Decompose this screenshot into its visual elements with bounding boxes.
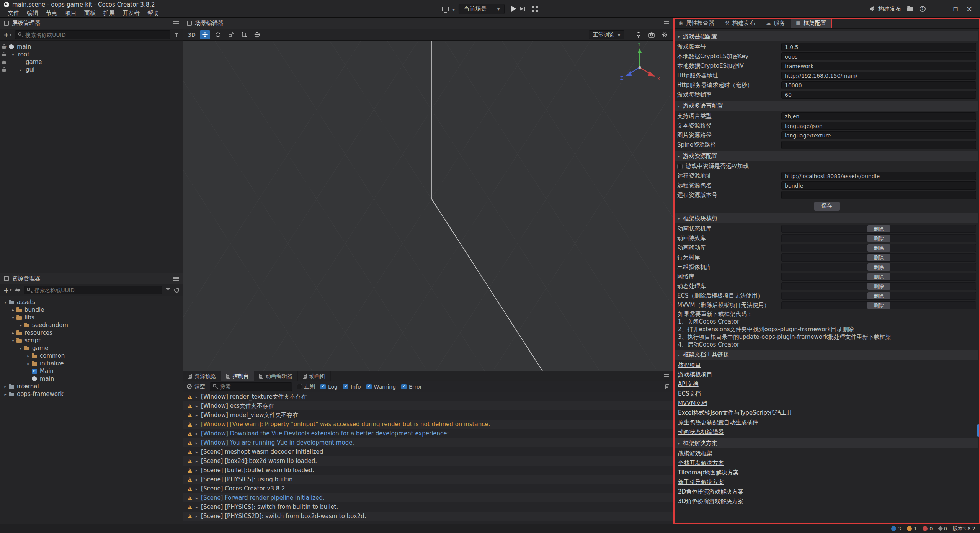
- menu-item[interactable]: 帮助: [144, 10, 163, 17]
- log-row[interactable]: [Window] render_texture文件夹不存在: [183, 392, 673, 401]
- clear-console-button[interactable]: 清空: [187, 383, 205, 390]
- tree-row[interactable]: initialize: [0, 360, 183, 367]
- section-docs-header[interactable]: 框架文档工具链接: [675, 350, 978, 360]
- view-mode-select[interactable]: 正常浏览: [589, 30, 624, 39]
- sort-icon[interactable]: [15, 288, 20, 293]
- field-input[interactable]: [781, 122, 976, 130]
- expand-arrow-icon[interactable]: [10, 308, 16, 312]
- field-input[interactable]: [781, 141, 976, 149]
- expand-arrow-icon[interactable]: [10, 331, 16, 335]
- build-publish-button[interactable]: 构建发布: [869, 5, 901, 13]
- delete-button[interactable]: 删除: [867, 225, 890, 232]
- expand-arrow-icon[interactable]: [196, 514, 198, 518]
- filter-checkbox[interactable]: Log: [320, 384, 338, 390]
- tree-row[interactable]: root: [0, 51, 183, 58]
- solution-link[interactable]: 新手引导解决方案: [678, 479, 724, 486]
- play-button[interactable]: [511, 6, 516, 12]
- solution-link[interactable]: Tiledmap地图解决方案: [678, 469, 739, 476]
- field-input[interactable]: [781, 91, 976, 99]
- scene-menu-icon[interactable]: [664, 21, 669, 25]
- console-menu-icon[interactable]: [664, 374, 669, 378]
- expand-arrow-icon[interactable]: [196, 404, 198, 408]
- add-node-button[interactable]: [3, 31, 11, 39]
- log-row[interactable]: [Scene] [bullet]:bullet wasm lib loaded.: [183, 466, 673, 475]
- menu-item[interactable]: 开发者: [119, 10, 144, 17]
- filter-checkbox[interactable]: Info: [343, 384, 361, 390]
- help-icon[interactable]: [920, 6, 926, 12]
- field-input[interactable]: [781, 181, 976, 190]
- maximize-button[interactable]: [949, 3, 962, 15]
- config-tab[interactable]: 属性检查器: [673, 18, 720, 28]
- delete-button[interactable]: 删除: [867, 235, 890, 242]
- expand-arrow-icon[interactable]: [2, 384, 8, 389]
- mode-3d-button[interactable]: 3D: [186, 30, 197, 39]
- layout-grid-icon[interactable]: [532, 6, 538, 12]
- expand-arrow-icon[interactable]: [2, 392, 8, 396]
- delete-button[interactable]: 删除: [867, 283, 890, 290]
- filter-checkbox[interactable]: Error: [401, 384, 422, 390]
- minimize-button[interactable]: [935, 3, 949, 15]
- section-lang-header[interactable]: 游戏多语言配置: [675, 101, 978, 111]
- doc-link[interactable]: 动画状态机编辑器: [678, 428, 724, 436]
- field-input[interactable]: [781, 43, 976, 51]
- solution-link[interactable]: 3D角色扮演游戏解决方案: [678, 498, 743, 505]
- menu-item[interactable]: 编辑: [23, 10, 42, 17]
- expand-arrow-icon[interactable]: [10, 52, 16, 57]
- delete-button[interactable]: 删除: [867, 263, 890, 271]
- scrollbar-thumb[interactable]: [977, 424, 979, 437]
- filter-checkbox[interactable]: Warning: [366, 384, 396, 390]
- solution-link[interactable]: 2D角色扮演游戏解决方案: [678, 488, 743, 495]
- tree-row[interactable]: oops-framework: [0, 390, 183, 398]
- tree-row[interactable]: resources: [0, 329, 183, 337]
- menu-item[interactable]: 扩展: [100, 10, 119, 17]
- gizmo-space-button[interactable]: [252, 30, 262, 39]
- config-tab[interactable]: 服务: [761, 18, 791, 28]
- scene-viewport[interactable]: Y X Z: [183, 41, 673, 371]
- field-input[interactable]: [781, 131, 976, 139]
- menu-item[interactable]: 文件: [4, 10, 23, 17]
- filter-checkbox[interactable]: 正则: [297, 383, 315, 390]
- field-input[interactable]: [781, 191, 976, 199]
- other-count-badge[interactable]: 0: [939, 526, 947, 531]
- tree-row[interactable]: seedrandom: [0, 321, 183, 329]
- add-asset-button[interactable]: [3, 286, 11, 294]
- field-input[interactable]: [781, 172, 976, 180]
- log-row[interactable]: [Window] [Vue warn]: Property "onInput" …: [183, 420, 673, 429]
- console-search-input[interactable]: [210, 382, 292, 391]
- export-log-icon[interactable]: [665, 384, 669, 389]
- tree-row[interactable]: bundle: [0, 306, 183, 314]
- console-tab[interactable]: 动画图: [298, 371, 331, 381]
- warning-count-badge[interactable]: 1: [907, 526, 917, 531]
- preview-device-icon[interactable]: [442, 7, 449, 11]
- log-row[interactable]: [Window] You are running Vue in developm…: [183, 438, 673, 447]
- filter-icon[interactable]: [174, 33, 179, 37]
- tree-row[interactable]: assets: [0, 298, 183, 306]
- config-tab[interactable]: 框架配置: [791, 18, 831, 28]
- doc-link[interactable]: MVVM文档: [678, 400, 707, 407]
- menu-item[interactable]: 节点: [42, 10, 61, 17]
- doc-link[interactable]: Excel格式转Json文件与TypeScript代码工具: [678, 409, 792, 417]
- expand-arrow-icon[interactable]: [196, 468, 198, 473]
- axis-gizmo[interactable]: Y X Z: [615, 41, 665, 90]
- expand-arrow-icon[interactable]: [196, 496, 198, 500]
- error-count-badge[interactable]: 0: [923, 526, 933, 531]
- field-input[interactable]: [781, 72, 976, 80]
- log-row[interactable]: [Scene] [PHYSICS]: using builtin.: [183, 475, 673, 484]
- expand-arrow-icon[interactable]: [10, 316, 16, 320]
- tree-row[interactable]: libs: [0, 314, 183, 321]
- tree-row[interactable]: internal: [0, 383, 183, 390]
- log-row[interactable]: [Scene] [box2d]:box2d wasm lib loaded.: [183, 456, 673, 466]
- doc-link[interactable]: 原生包热更新配置自动生成插件: [678, 419, 758, 426]
- tree-row[interactable]: Main: [0, 367, 183, 375]
- field-input[interactable]: [781, 62, 976, 70]
- expand-arrow-icon[interactable]: [25, 361, 31, 366]
- log-row[interactable]: [Scene] [PHYSICS]: switch from builtin t…: [183, 502, 673, 512]
- delete-button[interactable]: 删除: [867, 244, 890, 252]
- assets-menu-icon[interactable]: [173, 277, 179, 281]
- log-row[interactable]: [Window] ecs文件夹不存在: [183, 401, 673, 410]
- expand-arrow-icon[interactable]: [18, 346, 24, 350]
- lock-icon[interactable]: [2, 61, 6, 64]
- console-tab[interactable]: 控制台: [221, 371, 254, 381]
- section-res-header[interactable]: 游戏资源配置: [675, 151, 978, 161]
- solution-link[interactable]: 全栈开发解决方案: [678, 459, 724, 467]
